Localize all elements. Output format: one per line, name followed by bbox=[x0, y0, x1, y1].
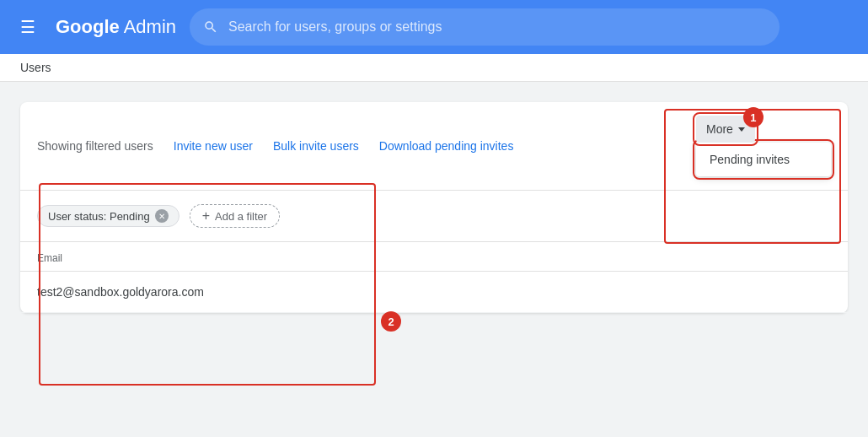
more-dropdown: Pending invites bbox=[696, 143, 831, 176]
more-label: More bbox=[706, 122, 733, 136]
search-icon bbox=[203, 19, 218, 35]
search-input[interactable] bbox=[228, 19, 766, 35]
filter-chip-label: User status: Pending bbox=[48, 210, 150, 223]
col-email-label: Email bbox=[37, 252, 62, 264]
email-value: test2@sandbox.goldyarora.com bbox=[37, 285, 204, 299]
download-pending-invites-link[interactable]: Download pending invites bbox=[379, 139, 514, 153]
more-button-wrapper: More 1 Pending invites bbox=[696, 116, 831, 176]
table-row: test2@sandbox.goldyarora.com bbox=[20, 272, 848, 313]
filter-area: User status: Pending ✕ + Add a filter bbox=[20, 191, 848, 242]
badge-2: 2 bbox=[381, 311, 401, 332]
invite-new-user-link[interactable]: Invite new user bbox=[174, 139, 253, 153]
header: ☰ Google Admin bbox=[0, 0, 868, 54]
header-logo: Google Admin bbox=[56, 16, 176, 38]
bulk-invite-users-link[interactable]: Bulk invite users bbox=[273, 139, 359, 153]
table-header: Email bbox=[20, 242, 848, 272]
more-button[interactable]: More 1 bbox=[696, 116, 755, 143]
toolbar: Showing filtered users Invite new user B… bbox=[20, 102, 848, 191]
logo-text: Google Admin bbox=[56, 16, 176, 38]
menu-icon[interactable]: ☰ bbox=[13, 10, 42, 44]
user-status-filter-chip: User status: Pending ✕ bbox=[37, 205, 179, 227]
search-bar[interactable] bbox=[190, 8, 780, 46]
add-filter-label: Add a filter bbox=[215, 210, 267, 223]
breadcrumb-label: Users bbox=[20, 61, 51, 74]
filter-chip-close-icon[interactable]: ✕ bbox=[155, 209, 169, 223]
showing-label: Showing filtered users bbox=[37, 139, 153, 153]
plus-icon: + bbox=[202, 208, 210, 224]
chevron-down-icon bbox=[738, 127, 745, 132]
main-content: Showing filtered users Invite new user B… bbox=[0, 82, 868, 333]
badge-1: 1 bbox=[743, 107, 764, 127]
pending-invites-item[interactable]: Pending invites bbox=[696, 143, 831, 176]
users-card: Showing filtered users Invite new user B… bbox=[20, 102, 848, 313]
breadcrumb: Users bbox=[0, 54, 868, 82]
add-filter-button[interactable]: + Add a filter bbox=[190, 204, 281, 228]
